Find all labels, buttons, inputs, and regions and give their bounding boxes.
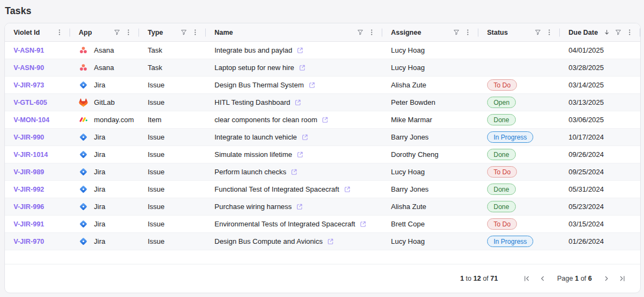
external-link-icon[interactable]: [327, 238, 334, 245]
task-id-link[interactable]: V-JIR-970: [5, 238, 70, 245]
range-of-word: of: [483, 275, 488, 282]
status-badge: Open: [487, 97, 516, 108]
next-page-button[interactable]: [603, 275, 610, 282]
column-header-violet-id[interactable]: Violet Id: [5, 23, 70, 41]
tasks-table: Violet Id App Type Name: [4, 23, 641, 293]
external-link-icon[interactable]: [299, 64, 306, 71]
asana-icon: [79, 46, 88, 55]
status-cell: Open: [478, 97, 560, 108]
task-name: Integrate to launch vehicle: [214, 133, 297, 141]
status-badge: In Progress: [487, 236, 533, 247]
gitlab-icon: [79, 98, 88, 107]
task-id-link[interactable]: V-ASN-91: [5, 47, 70, 54]
external-link-icon[interactable]: [294, 99, 301, 106]
app-name: Jira: [94, 168, 105, 176]
task-name: Design Bus Thermal System: [214, 81, 304, 89]
task-id-link[interactable]: V-JIR-992: [5, 186, 70, 193]
column-header-status[interactable]: Status: [478, 23, 560, 41]
column-header-name[interactable]: Name: [206, 23, 382, 41]
first-page-button[interactable]: [523, 275, 531, 282]
filter-icon[interactable]: [357, 29, 364, 36]
filter-icon[interactable]: [113, 29, 121, 36]
status-cell: Done: [478, 114, 560, 125]
table-row[interactable]: V-JIR-996 Jira Issue Purchase wiring har…: [5, 198, 640, 216]
app-cell: Jira: [70, 150, 139, 159]
table-body: V-ASN-91 Asana Task Integrate bus and pa…: [5, 42, 640, 250]
task-type: Issue: [139, 150, 206, 159]
app-name: Jira: [94, 185, 105, 193]
assignee: Barry Jones: [382, 133, 478, 141]
column-header-due-date[interactable]: Due Date: [560, 23, 640, 41]
due-date: 09/26/2024: [560, 150, 640, 159]
due-date: 03/13/2025: [560, 98, 640, 106]
task-id-link[interactable]: V-MON-104: [5, 116, 70, 124]
external-link-icon[interactable]: [291, 168, 298, 175]
filter-icon[interactable]: [615, 29, 622, 36]
task-id-link[interactable]: V-ASN-90: [5, 64, 70, 72]
table-row[interactable]: V-ASN-91 Asana Task Integrate bus and pa…: [5, 42, 640, 59]
task-id-link[interactable]: V-JIR-1014: [5, 151, 70, 159]
assignee: Peter Bowden: [382, 98, 478, 106]
app-name: Asana: [94, 64, 114, 72]
table-row[interactable]: V-JIR-973 Jira Issue Design Bus Thermal …: [5, 77, 640, 94]
external-link-icon[interactable]: [301, 134, 308, 141]
table-row[interactable]: V-ASN-90 Asana Task Laptop setup for new…: [5, 59, 640, 77]
table-row[interactable]: V-JIR-991 Jira Issue Environmental Tests…: [5, 216, 640, 233]
column-menu-icon[interactable]: [546, 29, 553, 36]
due-date: 10/17/2024: [560, 133, 640, 141]
table-row[interactable]: V-MON-104 monday.com Item clear componen…: [5, 111, 640, 129]
external-link-icon[interactable]: [359, 220, 367, 228]
external-link-icon[interactable]: [296, 151, 304, 158]
task-type: Issue: [139, 237, 206, 245]
column-menu-icon[interactable]: [626, 29, 633, 36]
page-current: 1: [575, 275, 579, 282]
filter-icon[interactable]: [534, 29, 541, 36]
task-id-link[interactable]: V-JIR-989: [5, 168, 70, 176]
external-link-icon[interactable]: [321, 116, 329, 123]
table-row[interactable]: V-JIR-990 Jira Issue Integrate to launch…: [5, 129, 640, 146]
due-date: 09/25/2024: [560, 168, 640, 176]
task-id-link[interactable]: V-JIR-996: [5, 203, 70, 211]
task-id-link[interactable]: V-JIR-991: [5, 220, 70, 228]
table-row[interactable]: V-JIR-992 Jira Issue Functional Test of …: [5, 181, 640, 198]
column-menu-icon[interactable]: [192, 29, 199, 36]
table-row[interactable]: V-GTL-605 GitLab Issue HITL Testing Dash…: [5, 94, 640, 111]
last-page-button[interactable]: [618, 275, 626, 282]
column-header-app[interactable]: App: [70, 23, 139, 41]
app-cell: Jira: [70, 167, 139, 176]
previous-page-button[interactable]: [539, 275, 546, 282]
column-header-assignee[interactable]: Assignee: [382, 23, 478, 41]
due-date: 05/31/2024: [560, 185, 640, 193]
external-link-icon[interactable]: [344, 186, 351, 193]
task-name: Design Bus Compute and Avionics: [214, 237, 323, 245]
column-menu-icon[interactable]: [368, 29, 375, 36]
column-header-type[interactable]: Type: [139, 23, 206, 41]
task-id-link[interactable]: V-JIR-973: [5, 81, 70, 89]
column-menu-icon[interactable]: [125, 29, 132, 36]
status-badge: In Progress: [487, 131, 533, 143]
task-id-link[interactable]: V-JIR-990: [5, 134, 70, 141]
app-name: Jira: [94, 220, 105, 228]
external-link-icon[interactable]: [296, 203, 303, 210]
app-cell: monday.com: [70, 115, 139, 124]
app-cell: Asana: [70, 63, 139, 72]
task-name: Purchase wiring harness: [214, 203, 292, 211]
table-row[interactable]: V-JIR-989 Jira Issue Perform launch chec…: [5, 163, 640, 181]
task-id-link[interactable]: V-GTL-605: [5, 99, 70, 106]
task-type: Issue: [139, 81, 206, 89]
table-row[interactable]: V-JIR-1014 Jira Issue Simulate mission l…: [5, 146, 640, 163]
assignee: Barry Jones: [382, 185, 478, 193]
filter-icon[interactable]: [180, 29, 187, 36]
external-link-icon[interactable]: [308, 81, 315, 89]
jira-icon: [79, 167, 88, 176]
column-menu-icon[interactable]: [56, 29, 63, 36]
sort-desc-icon[interactable]: [603, 29, 610, 36]
status-cell: To Do: [478, 218, 560, 230]
status-badge: To Do: [487, 79, 517, 91]
due-date: 03/14/2025: [560, 81, 640, 89]
external-link-icon[interactable]: [296, 47, 304, 54]
assignee: Lucy Hoag: [382, 64, 478, 72]
table-row[interactable]: V-JIR-970 Jira Issue Design Bus Compute …: [5, 233, 640, 250]
column-menu-icon[interactable]: [464, 29, 471, 36]
filter-icon[interactable]: [453, 29, 460, 36]
